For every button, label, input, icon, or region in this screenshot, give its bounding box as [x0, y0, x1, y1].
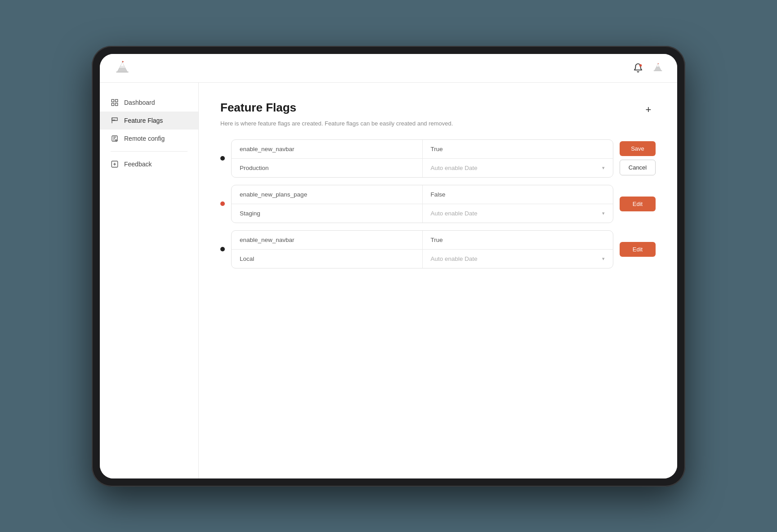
logo [112, 58, 132, 78]
chevron-down-icon: ▾ [602, 165, 605, 171]
flag-card-1: enable_new_navbar True Production [231, 139, 613, 178]
flag-environment-field: Staging [232, 204, 423, 223]
logo-icon [112, 58, 132, 78]
flag-card-3: enable_new_navbar True Local [231, 230, 613, 268]
header-icons [631, 61, 665, 75]
sidebar-item-dashboard[interactable]: Dashboard [100, 94, 198, 112]
feedback-icon [111, 160, 119, 168]
flag-name-field: enable_new_navbar [232, 140, 423, 158]
flag-value-field: True [423, 231, 613, 249]
flags-list: enable_new_navbar True Production [220, 139, 656, 276]
svg-marker-4 [122, 61, 124, 63]
flag-card-bottom: Local Auto enable Date ▾ [232, 250, 613, 268]
svg-rect-12 [112, 99, 114, 102]
screen: Dashboard Feature Flags [100, 54, 677, 478]
svg-marker-10 [658, 63, 659, 64]
flag-card-bottom: Production Auto enable Date ▾ [232, 159, 613, 177]
sidebar-item-remote-config-label: Remote config [124, 135, 165, 142]
flag-status-dot [220, 156, 225, 161]
page-title-block: Feature Flags [220, 101, 296, 118]
title-row: Feature Flags + [220, 101, 656, 118]
flag-status-dot [220, 201, 225, 206]
edit-button[interactable]: Edit [620, 197, 656, 211]
dashboard-icon [111, 98, 119, 107]
svg-rect-13 [116, 99, 118, 102]
flag-actions-3: Edit [620, 242, 656, 257]
flag-actions-1: Save Cancel [620, 141, 656, 175]
flag-name-field: enable_new_navbar [232, 231, 423, 249]
svg-rect-11 [654, 70, 662, 71]
chevron-down-icon: ▾ [602, 210, 605, 216]
sidebar-divider [111, 151, 188, 152]
flag-actions-2: Edit [620, 197, 656, 211]
sidebar-item-dashboard-label: Dashboard [124, 99, 155, 106]
flag-value-field: True [423, 140, 613, 158]
device-frame: Dashboard Feature Flags [92, 46, 685, 487]
sidebar: Dashboard Feature Flags [100, 83, 199, 478]
sidebar-item-feature-flags[interactable]: Feature Flags [100, 112, 198, 130]
table-row: enable_new_navbar True Production [220, 139, 656, 178]
main-layout: Dashboard Feature Flags [100, 83, 677, 478]
cancel-button[interactable]: Cancel [620, 160, 656, 175]
flag-card-bottom: Staging Auto enable Date ▾ [232, 204, 613, 223]
flag-card-top: enable_new_navbar True [232, 140, 613, 159]
flag-date-field[interactable]: Auto enable Date ▾ [423, 204, 613, 223]
chevron-down-icon: ▾ [602, 256, 605, 262]
flag-date-field[interactable]: Auto enable Date ▾ [423, 250, 613, 268]
flag-environment-field: Production [232, 159, 423, 177]
flag-card-top: enable_new_plans_page False [232, 185, 613, 204]
sidebar-item-feature-flags-label: Feature Flags [124, 117, 163, 124]
edit-button[interactable]: Edit [620, 242, 656, 257]
svg-rect-14 [112, 103, 114, 105]
svg-rect-5 [116, 72, 129, 73]
flag-date-field[interactable]: Auto enable Date ▾ [423, 159, 613, 177]
flag-card-top: enable_new_navbar True [232, 231, 613, 250]
content-area: Feature Flags + Here is where feature fl… [199, 83, 677, 478]
feature-flags-icon [111, 116, 119, 125]
flag-card-2: enable_new_plans_page False Staging [231, 185, 613, 223]
flag-environment-field: Local [232, 250, 423, 268]
notification-icon[interactable] [631, 61, 645, 75]
svg-point-6 [639, 64, 642, 67]
flag-name-field: enable_new_plans_page [232, 185, 423, 204]
sidebar-item-feedback[interactable]: Feedback [100, 155, 198, 173]
table-row: enable_new_navbar True Local [220, 230, 656, 268]
table-row: enable_new_plans_page False Staging [220, 185, 656, 223]
page-title: Feature Flags [220, 101, 296, 115]
header [100, 54, 677, 83]
flag-status-dot [220, 247, 225, 251]
user-avatar[interactable] [651, 61, 665, 75]
add-flag-button[interactable]: + [641, 103, 656, 117]
sidebar-item-feedback-label: Feedback [124, 161, 152, 168]
flag-value-field: False [423, 185, 613, 204]
save-button[interactable]: Save [620, 141, 656, 156]
remote-config-icon [111, 134, 119, 143]
svg-rect-15 [116, 103, 118, 105]
sidebar-item-remote-config[interactable]: Remote config [100, 130, 198, 148]
page-subtitle: Here is where feature flags are created.… [220, 120, 656, 127]
